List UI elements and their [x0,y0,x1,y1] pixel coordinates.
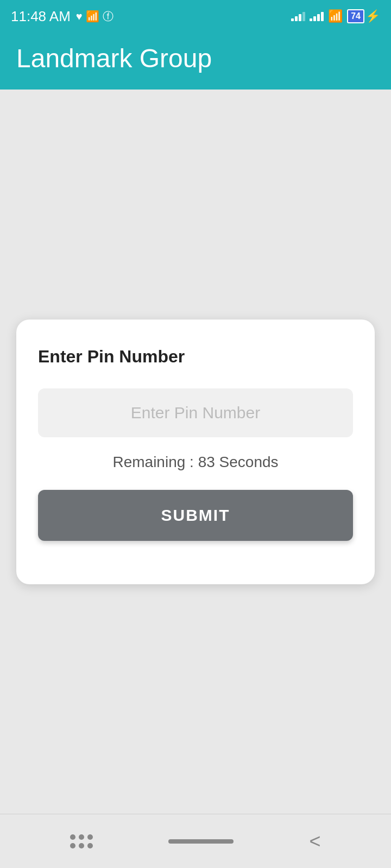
signal-bar [291,18,294,21]
wifi-icon: 📶 [328,9,343,23]
location-icon: ♥ [76,10,83,23]
app-title: Landmark Group [16,44,212,73]
app-bar: Landmark Group [0,33,391,90]
facebook-icon: ⓕ [103,9,113,24]
home-bar[interactable] [168,839,234,844]
apps-icon[interactable] [70,834,93,848]
signal-bar [310,18,312,21]
nav-dot [87,843,93,848]
signal-bar [321,12,324,21]
signal-bar [313,16,316,21]
card-title: Enter Pin Number [38,347,353,367]
submit-button[interactable]: SUBMIT [38,490,353,541]
nav-dot [70,834,75,840]
signal-bar [299,14,301,21]
battery-charging-icon: ⚡ [365,9,380,23]
nav-dot [79,834,84,840]
signal-bars-2 [310,12,324,21]
nav-dot [87,834,93,840]
remaining-text: Remaining : 83 Seconds [38,454,353,471]
battery-container: 74 ⚡ [347,9,380,23]
nav-dot [70,843,75,848]
pin-card: Enter Pin Number Remaining : 83 Seconds … [16,320,375,584]
signal-bar [302,12,305,21]
status-bar-right: 📶 74 ⚡ [291,9,380,23]
status-bar-left: 11:48 AM ♥ 📶 ⓕ [11,8,113,25]
main-content: Enter Pin Number Remaining : 83 Seconds … [0,90,391,814]
status-time: 11:48 AM [11,8,71,25]
status-icons: ♥ 📶 ⓕ [76,9,113,24]
bottom-nav: < [0,814,391,868]
sim-icon: 📶 [86,10,99,23]
battery-level: 74 [347,9,364,23]
status-bar: 11:48 AM ♥ 📶 ⓕ 📶 74 ⚡ [0,0,391,33]
signal-bars-1 [291,12,305,21]
signal-bar [317,14,320,21]
back-button[interactable]: < [309,832,320,851]
nav-dot [79,843,84,848]
pin-input[interactable] [38,388,353,437]
signal-bar [295,16,298,21]
